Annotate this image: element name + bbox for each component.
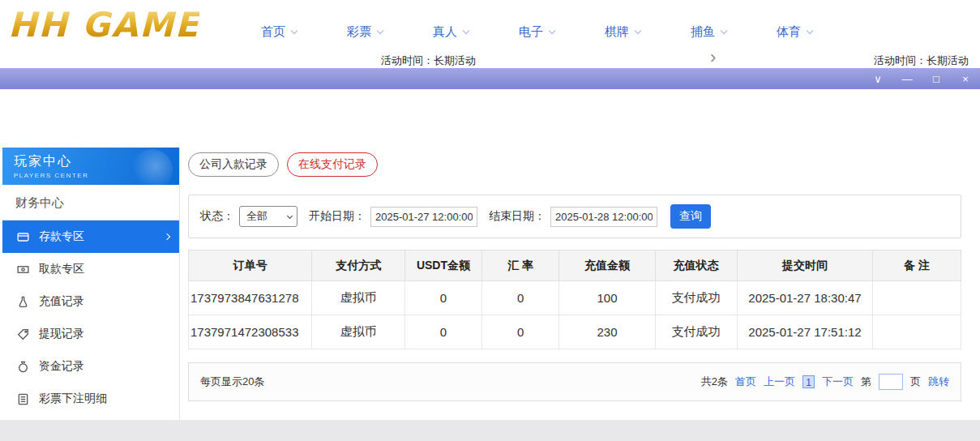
start-date-input[interactable] — [370, 207, 477, 227]
table-header-row: 订单号支付方式USDT金额汇 率充值金额充值状态提交时间备 注 — [189, 250, 961, 281]
sidebar-subtitle: PLAYERS CENTER — [14, 172, 179, 179]
chevron-down-icon[interactable]: ∨ — [871, 74, 884, 84]
tab-company-deposit-records[interactable]: 公司入款记录 — [188, 152, 279, 177]
table-header-cell: 充值金额 — [559, 250, 655, 281]
table-cell: 0 — [482, 281, 559, 315]
sidebar-item-label: 提现记录 — [39, 327, 84, 341]
table-cell: 2025-01-27 18:30:47 — [737, 281, 873, 315]
bottom-strip — [0, 420, 980, 441]
sidebar-item-label: 存款专区 — [39, 229, 84, 244]
window-controls: ∨—□× — [871, 68, 972, 89]
nav-item-label: 首页 — [261, 24, 285, 40]
jump-button[interactable]: 跳转 — [928, 375, 949, 389]
chevron-down-icon — [287, 212, 293, 218]
withdraw-cash-icon — [17, 263, 31, 276]
carousel-arrow-icon: › — [710, 47, 716, 68]
logo: HH GAME — [8, 5, 199, 45]
table-header-cell: 汇 率 — [482, 250, 559, 281]
main-nav: 首页彩票真人电子棋牌捕鱼体育 — [261, 24, 812, 40]
first-page-link[interactable]: 首页 — [735, 375, 756, 389]
sidebar: 玩家中心 PLAYERS CENTER 财务中心 存款专区取款专区充值记录提现记… — [2, 148, 180, 420]
search-button[interactable]: 查询 — [670, 204, 711, 229]
sidebar-item-label: 彩票下注明细 — [39, 392, 107, 406]
jump-page-input[interactable] — [879, 374, 903, 390]
table-header-cell: 订单号 — [189, 250, 312, 281]
end-date-input[interactable] — [550, 207, 657, 227]
sidebar-item-1[interactable]: 存款专区 — [2, 220, 179, 253]
table-cell: 虚拟币 — [312, 315, 404, 349]
nav-item-label: 捕鱼 — [691, 24, 715, 40]
sidebar-item-label: 资金记录 — [39, 359, 84, 374]
sidebar-title: 玩家中心 — [14, 153, 179, 170]
close-icon[interactable]: × — [959, 74, 972, 84]
table-cell: 0 — [404, 315, 481, 349]
nav-item-1[interactable]: 首页 — [261, 24, 297, 40]
chevron-down-icon — [807, 28, 813, 34]
table-cell: 0 — [482, 315, 559, 349]
chevron-down-icon — [291, 28, 297, 34]
jump-prefix-label: 第 — [861, 375, 871, 389]
table-body: 1737973847631278虚拟币00100支付成功2025-01-27 1… — [189, 281, 961, 349]
chevron-down-icon — [463, 28, 469, 34]
start-date-label: 开始日期： — [309, 209, 366, 224]
table-cell: 虚拟币 — [312, 281, 404, 315]
sidebar-item-5[interactable]: 资金记录 — [2, 350, 179, 383]
chevron-down-icon — [635, 28, 641, 34]
nav-item-3[interactable]: 真人 — [433, 24, 469, 40]
main-panel: 公司入款记录 在线支付记录 状态： 全部 开始日期： 结束日期： 查询 订单号支… — [188, 152, 961, 401]
nav-item-label: 真人 — [433, 24, 457, 40]
nav-item-label: 体育 — [777, 24, 801, 40]
minimize-icon[interactable]: — — [901, 74, 914, 84]
table-row: 1737973847631278虚拟币00100支付成功2025-01-27 1… — [189, 281, 961, 315]
status-select[interactable]: 全部 — [239, 206, 297, 227]
nav-item-label: 电子 — [519, 24, 543, 40]
table-cell: 230 — [559, 315, 655, 349]
nav-item-7[interactable]: 体育 — [777, 24, 812, 40]
recharge-record-icon — [17, 295, 31, 308]
prev-page-link[interactable]: 上一页 — [764, 375, 795, 389]
table-header-cell: 充值状态 — [655, 250, 737, 281]
nav-item-2[interactable]: 彩票 — [347, 24, 383, 40]
deposit-card-icon — [17, 230, 31, 243]
nav-item-label: 彩票 — [347, 24, 371, 40]
lottery-bets-icon — [17, 392, 31, 405]
table-cell: 100 — [559, 281, 655, 315]
maximize-icon[interactable]: □ — [930, 74, 943, 84]
sidebar-item-2[interactable]: 取款专区 — [2, 253, 179, 285]
sidebar-item-4[interactable]: 提现记录 — [2, 318, 179, 350]
pagination-bar: 每页显示20条 共2条 首页 上一页 1 下一页 第 页 跳转 — [188, 362, 961, 401]
table-cell: 1737971472308533 — [189, 315, 312, 349]
nav-item-6[interactable]: 捕鱼 — [691, 24, 726, 40]
table-row: 1737971472308533虚拟币00230支付成功2025-01-27 1… — [189, 315, 961, 349]
record-tabs: 公司入款记录 在线支付记录 — [188, 152, 961, 177]
sidebar-item-3[interactable]: 充值记录 — [2, 285, 179, 318]
jump-suffix-label: 页 — [910, 375, 921, 389]
sidebar-section-finance: 财务中心 — [2, 185, 179, 220]
nav-item-label: 棋牌 — [605, 24, 629, 40]
withdrawal-record-icon — [17, 328, 31, 340]
table-cell: 支付成功 — [655, 281, 737, 315]
tab-online-payment-records[interactable]: 在线支付记录 — [287, 152, 378, 177]
sidebar-item-label: 取款专区 — [39, 262, 84, 276]
table-header-cell: 支付方式 — [312, 250, 404, 281]
next-page-link[interactable]: 下一页 — [822, 375, 854, 389]
sidebar-item-6[interactable]: 彩票下注明细 — [2, 383, 179, 415]
chevron-down-icon — [377, 28, 383, 34]
records-table: 订单号支付方式USDT金额汇 率充值金额充值状态提交时间备 注 17379738… — [188, 250, 961, 349]
table-cell — [873, 315, 961, 349]
table-cell: 1737973847631278 — [189, 281, 312, 315]
background-activity-text-left: 活动时间：长期活动 — [381, 54, 476, 68]
funds-record-icon — [17, 360, 31, 373]
nav-item-4[interactable]: 电子 — [519, 24, 554, 40]
background-activity-text-right: 活动时间：长期活动 — [874, 54, 969, 68]
current-page-badge[interactable]: 1 — [802, 375, 815, 388]
table-cell — [873, 281, 961, 315]
sidebar-header: 玩家中心 PLAYERS CENTER — [2, 148, 179, 185]
table-cell: 0 — [404, 281, 481, 315]
table-header-cell: 备 注 — [873, 250, 961, 281]
per-page-label: 每页显示20条 — [200, 375, 264, 389]
end-date-label: 结束日期： — [489, 209, 546, 224]
status-select-value: 全部 — [246, 209, 267, 224]
table-header-cell: USDT金额 — [404, 250, 481, 281]
nav-item-5[interactable]: 棋牌 — [605, 24, 640, 40]
